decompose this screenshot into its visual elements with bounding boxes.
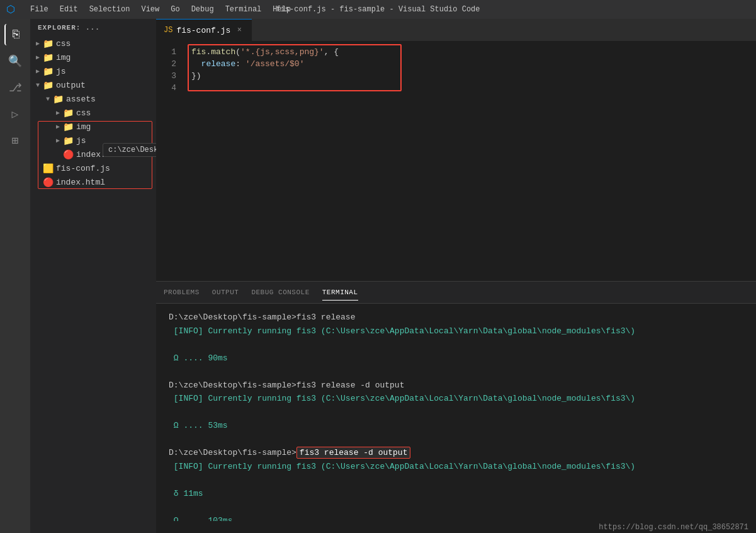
sidebar: EXPLORER: ... ▶📁css▶📁img▶📁js▼📁output▼📁as… [30,19,156,533]
terminal-line: [INFO] Currently running fis3 (C:\Users\… [169,325,743,338]
terminal-content[interactable]: D:\zce\Desktop\fis-sample>fis3 release [… [156,304,756,521]
tree-label-fis-conf: fis-conf.js [56,164,110,173]
tree-arrow-output: ▼ [33,82,43,89]
terminal-line: [INFO] Currently running fis3 (C:\Users\… [169,393,743,405]
code-line-1: fis.match('*.{js,scss,png}', { [191,46,756,58]
folder-icon: 📁 [43,38,54,49]
tree-arrow-assets-css: ▶ [53,109,63,117]
code-line-2: release: '/assets/$0' [191,58,756,70]
folder-icon: 📁 [63,135,74,146]
tree-item-img-top[interactable]: ▶📁img [30,50,156,64]
code-line-4 [191,82,756,94]
tree-label-index-html: index.html [56,178,105,187]
line-num-2: 2 [156,58,181,70]
terminal-line: Ω .... 103ms [169,515,743,522]
terminal-line [169,433,743,446]
tree-item-assets[interactable]: ▼📁assets [30,92,156,106]
debug-icon[interactable]: ▷ [4,103,26,125]
search-icon[interactable]: 🔍 [4,50,26,72]
code-line-3: }) [191,70,756,82]
panel-tab-terminal[interactable]: TERMINAL [322,285,358,301]
terminal-line: D:\zce\Desktop\fis-sample>fis3 release [169,311,743,324]
tab-label: fis-conf.js [176,26,230,35]
file-icon: 🟨 [43,163,54,174]
vscode-logo-icon: ⬡ [6,3,15,16]
tree-label-css-top: css [56,39,71,49]
panel-tab-debug-console[interactable]: DEBUG CONSOLE [251,285,309,300]
code-area[interactable]: fis.match('*.{js,scss,png}', { release: … [181,41,756,281]
terminal-line [169,474,743,486]
menu-item-file[interactable]: File [25,3,54,16]
folder-icon: 📁 [63,108,74,118]
line-num-1: 1 [156,46,181,58]
sidebar-header: EXPLORER: ... [30,19,156,37]
tree-label-assets: assets [66,95,96,104]
panel-tabs: PROBLEMSOUTPUTDEBUG CONSOLETERMINAL [156,282,756,304]
tree-item-output[interactable]: ▼📁output [30,78,156,92]
terminal-line [169,501,743,513]
git-icon[interactable]: ⎇ [4,77,26,98]
folder-icon: 📁 [43,66,54,77]
file-icon: 🔴 [63,149,74,160]
tree-arrow-img-top: ▶ [33,54,43,61]
sidebar-tree: ▶📁css▶📁img▶📁js▼📁output▼📁assets▶📁css▶📁img… [30,37,156,533]
tab-close-button[interactable]: × [234,25,244,35]
tree-label-assets-img: img [76,122,91,132]
terminal-line: D:\zce\Desktop\fis-sample>fis3 release -… [169,379,743,392]
watermark: https://blog.csdn.net/qq_38652871 [599,523,748,532]
terminal-line: D:\zce\Desktop\fis-sample>fis3 release -… [169,447,743,459]
folder-icon: 📁 [53,94,64,105]
terminal-line [169,365,743,378]
tree-label-js-top: js [56,67,66,76]
tree-item-assets-img[interactable]: ▶📁img [30,120,156,134]
tree-item-css-top[interactable]: ▶📁css [30,37,156,50]
tree-arrow-css-top: ▶ [33,40,43,47]
tree-item-index-html[interactable]: 🔴index.html [30,175,156,189]
menu-item-terminal[interactable]: Terminal [220,3,267,16]
main-container: ⎘ 🔍 ⎇ ▷ ⊞ EXPLORER: ... ▶📁css▶📁img▶📁js▼📁… [0,19,756,533]
tree-arrow-assets: ▼ [43,96,53,103]
terminal-line: [INFO] Currently running fis3 (C:\Users\… [169,461,743,473]
menu-item-selection[interactable]: Selection [84,3,135,16]
tree-label-assets-js: js [76,136,86,146]
panel-tab-problems[interactable]: PROBLEMS [164,285,200,300]
tree-item-js-top[interactable]: ▶📁js [30,64,156,78]
folder-icon: 📁 [43,80,54,91]
explorer-icon[interactable]: ⎘ [4,24,26,45]
activity-bar: ⎘ 🔍 ⎇ ▷ ⊞ [0,19,30,533]
tab-file-icon: JS [164,26,172,35]
menu-item-view[interactable]: View [136,3,164,16]
panel-tab-output[interactable]: OUTPUT [212,285,239,300]
file-icon: 🔴 [43,177,54,188]
path-tooltip: c:\zce\Desktop\fis-sample\output\assets [103,143,156,157]
title-bar-left: ⬡ FileEditSelectionViewGoDebugTerminalHe… [6,3,296,16]
window-title: fis-conf.js - fis-sample - Visual Studio… [276,5,480,14]
title-bar: ⬡ FileEditSelectionViewGoDebugTerminalHe… [0,0,756,19]
bottom-panel: PROBLEMSOUTPUTDEBUG CONSOLETERMINAL D:\z… [156,281,756,533]
code-editor[interactable]: 1234 fis.match('*.{js,scss,png}', { rele… [156,41,756,281]
tab-fis-conf[interactable]: JS fis-conf.js × [156,19,252,41]
folder-icon: 📁 [63,122,74,132]
terminal-line: Ω .... 90ms [169,352,743,365]
line-num-3: 3 [156,70,181,82]
tree-item-assets-css[interactable]: ▶📁css [30,106,156,120]
terminal-line: δ 11ms [169,488,743,500]
folder-icon: 📁 [43,52,54,63]
tab-bar: JS fis-conf.js × [156,19,756,41]
menu-item-edit[interactable]: Edit [55,3,83,16]
terminal-line [169,406,743,419]
tree-label-img-top: img [56,53,71,62]
line-numbers: 1234 [156,41,181,281]
extensions-icon[interactable]: ⊞ [4,130,26,151]
terminal-line: Ω .... 53ms [169,420,743,432]
tree-item-fis-conf[interactable]: 🟨fis-conf.js [30,161,156,175]
tree-label-output: output [56,81,86,90]
terminal-line [169,338,743,351]
tree-label-assets-css: css [76,108,91,118]
menu-item-go[interactable]: Go [166,3,184,16]
editor-area: JS fis-conf.js × 1234 fis.match('*.{js,s… [156,19,756,533]
menu-bar: FileEditSelectionViewGoDebugTerminalHelp [25,3,296,16]
line-num-4: 4 [156,82,181,94]
tree-arrow-assets-js: ▶ [53,137,63,144]
menu-item-debug[interactable]: Debug [186,3,219,16]
